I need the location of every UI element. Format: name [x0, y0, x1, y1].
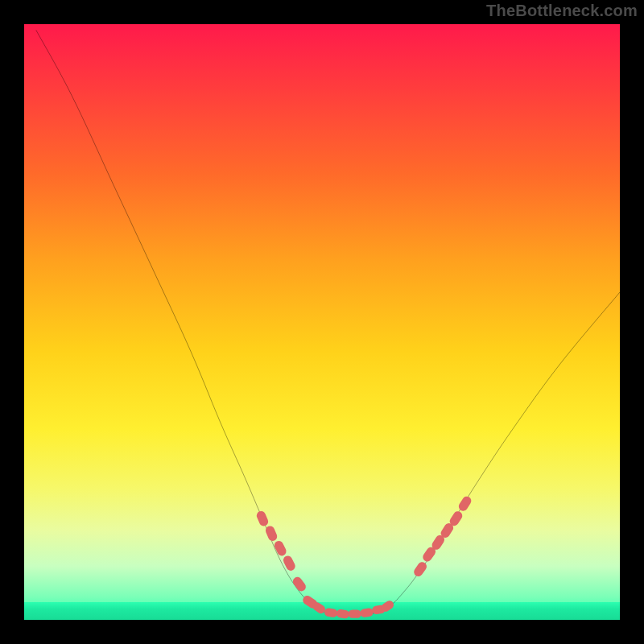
curve-marker [273, 539, 288, 557]
curve-marker [349, 609, 361, 617]
bottleneck-curve [36, 30, 620, 614]
bottleneck-curve-svg [24, 24, 620, 620]
curve-marker [457, 495, 473, 513]
curve-marker [360, 608, 374, 618]
curve-marker [282, 555, 297, 572]
plot-area [24, 24, 620, 620]
chart-frame: TheBottleneck.com [0, 0, 644, 644]
curve-marker [324, 608, 338, 618]
curve-marker [291, 576, 308, 593]
curve-marker [412, 560, 428, 578]
marker-group [255, 495, 473, 619]
watermark-text: TheBottleneck.com [486, 2, 638, 20]
curve-marker [264, 525, 279, 543]
curve-marker [255, 510, 270, 527]
curve-marker [336, 609, 350, 619]
